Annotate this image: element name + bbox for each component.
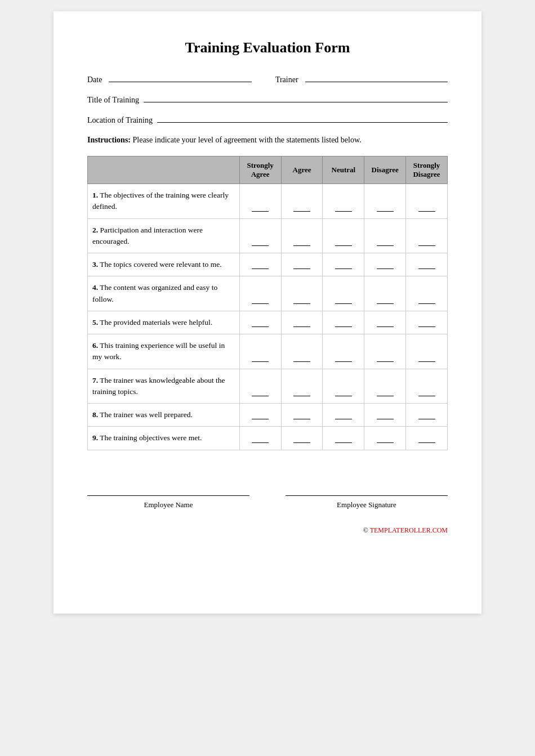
rating-cell-6-4[interactable] bbox=[364, 334, 406, 369]
table-row: 1. The objectives of the training were c… bbox=[88, 184, 448, 219]
statement-cell-9: 9. The training objectives were met. bbox=[88, 427, 240, 450]
rating-cell-2-1[interactable] bbox=[239, 218, 281, 253]
blank-line bbox=[293, 238, 310, 246]
blank-line bbox=[377, 296, 394, 304]
rating-cell-7-4[interactable] bbox=[364, 369, 406, 404]
rating-cell-5-5[interactable] bbox=[406, 311, 448, 334]
rating-cell-6-3[interactable] bbox=[323, 334, 364, 369]
blank-line bbox=[252, 411, 269, 419]
rating-cell-8-4[interactable] bbox=[364, 404, 406, 427]
page-title: Training Evaluation Form bbox=[87, 39, 448, 56]
table-row: 5. The provided materials were helpful. bbox=[88, 311, 448, 334]
statement-cell-3: 3. The topics covered were relevant to m… bbox=[88, 253, 240, 276]
blank-line bbox=[252, 319, 269, 327]
blank-line bbox=[335, 261, 352, 269]
rating-cell-4-5[interactable] bbox=[406, 276, 448, 311]
rating-cell-1-5[interactable] bbox=[406, 184, 448, 219]
rating-cell-9-4[interactable] bbox=[364, 427, 406, 450]
employee-name-block: Employee Name bbox=[87, 495, 249, 509]
blank-line bbox=[252, 238, 269, 246]
table-row: 9. The training objectives were met. bbox=[88, 427, 448, 450]
rating-cell-1-1[interactable] bbox=[239, 184, 281, 219]
blank-line bbox=[335, 319, 352, 327]
rating-cell-7-1[interactable] bbox=[239, 369, 281, 404]
rating-cell-5-2[interactable] bbox=[281, 311, 323, 334]
rating-cell-9-3[interactable] bbox=[323, 427, 364, 450]
rating-cell-5-1[interactable] bbox=[239, 311, 281, 334]
statement-cell-2: 2. Participation and interaction were en… bbox=[88, 218, 240, 253]
rating-cell-3-3[interactable] bbox=[323, 253, 364, 276]
blank-line bbox=[293, 296, 310, 304]
rating-cell-5-4[interactable] bbox=[364, 311, 406, 334]
blank-line bbox=[335, 238, 352, 246]
signature-section: Employee Name Employee Signature bbox=[87, 484, 448, 509]
rating-cell-4-1[interactable] bbox=[239, 276, 281, 311]
rating-cell-8-2[interactable] bbox=[281, 404, 323, 427]
date-line[interactable] bbox=[109, 72, 251, 82]
rating-cell-8-3[interactable] bbox=[323, 404, 364, 427]
rating-cell-1-3[interactable] bbox=[323, 184, 364, 219]
blank-line bbox=[252, 296, 269, 304]
rating-cell-2-2[interactable] bbox=[281, 218, 323, 253]
rating-cell-3-5[interactable] bbox=[406, 253, 448, 276]
blank-line bbox=[418, 319, 435, 327]
employee-name-line bbox=[87, 495, 249, 496]
employee-signature-line bbox=[286, 495, 448, 496]
blank-line bbox=[418, 411, 435, 419]
blank-line bbox=[293, 435, 310, 443]
rating-cell-6-1[interactable] bbox=[239, 334, 281, 369]
rating-cell-9-2[interactable] bbox=[281, 427, 323, 450]
header-disagree: Disagree bbox=[364, 156, 406, 184]
blank-line bbox=[252, 388, 269, 396]
blank-line bbox=[293, 204, 310, 212]
header-strongly-agree: Strongly Agree bbox=[239, 156, 281, 184]
rating-cell-6-2[interactable] bbox=[281, 334, 323, 369]
rating-cell-3-4[interactable] bbox=[364, 253, 406, 276]
rating-cell-7-2[interactable] bbox=[281, 369, 323, 404]
rating-cell-2-5[interactable] bbox=[406, 218, 448, 253]
statement-cell-7: 7. The trainer was knowledgeable about t… bbox=[88, 369, 240, 404]
footer-copyright: © bbox=[363, 526, 370, 534]
blank-line bbox=[335, 296, 352, 304]
blank-line bbox=[418, 238, 435, 246]
blank-line bbox=[418, 261, 435, 269]
blank-line bbox=[418, 354, 435, 362]
rating-cell-6-5[interactable] bbox=[406, 334, 448, 369]
header-agree: Agree bbox=[281, 156, 323, 184]
rating-cell-5-3[interactable] bbox=[323, 311, 364, 334]
rating-cell-1-2[interactable] bbox=[281, 184, 323, 219]
blank-line bbox=[335, 411, 352, 419]
title-training-line[interactable] bbox=[144, 92, 448, 102]
rating-cell-9-1[interactable] bbox=[239, 427, 281, 450]
rating-cell-7-3[interactable] bbox=[323, 369, 364, 404]
rating-cell-4-3[interactable] bbox=[323, 276, 364, 311]
rating-cell-7-5[interactable] bbox=[406, 369, 448, 404]
instructions-text: Instructions: Please indicate your level… bbox=[87, 134, 448, 146]
trainer-line[interactable] bbox=[305, 72, 448, 82]
date-label: Date bbox=[87, 75, 102, 84]
footer-link[interactable]: TEMPLATEROLLER.COM bbox=[370, 526, 448, 534]
employee-signature-block: Employee Signature bbox=[286, 495, 448, 509]
rating-cell-3-1[interactable] bbox=[239, 253, 281, 276]
blank-line bbox=[293, 388, 310, 396]
rating-cell-3-2[interactable] bbox=[281, 253, 323, 276]
blank-line bbox=[252, 435, 269, 443]
rating-cell-4-2[interactable] bbox=[281, 276, 323, 311]
rating-cell-4-4[interactable] bbox=[364, 276, 406, 311]
rating-cell-8-5[interactable] bbox=[406, 404, 448, 427]
blank-line bbox=[252, 354, 269, 362]
rating-cell-2-3[interactable] bbox=[323, 218, 364, 253]
rating-cell-1-4[interactable] bbox=[364, 184, 406, 219]
location-training-line[interactable] bbox=[157, 113, 448, 123]
rating-cell-2-4[interactable] bbox=[364, 218, 406, 253]
rating-cell-8-1[interactable] bbox=[239, 404, 281, 427]
rating-cell-9-5[interactable] bbox=[406, 427, 448, 450]
page-container: Training Evaluation Form Date Trainer Ti… bbox=[54, 11, 482, 614]
instructions-bold: Instructions: bbox=[87, 136, 131, 144]
blank-line bbox=[377, 261, 394, 269]
blank-line bbox=[377, 204, 394, 212]
blank-line bbox=[293, 411, 310, 419]
date-trainer-row: Date Trainer bbox=[87, 72, 448, 84]
instructions-body: Please indicate your level of agreement … bbox=[131, 136, 362, 144]
blank-line bbox=[377, 435, 394, 443]
